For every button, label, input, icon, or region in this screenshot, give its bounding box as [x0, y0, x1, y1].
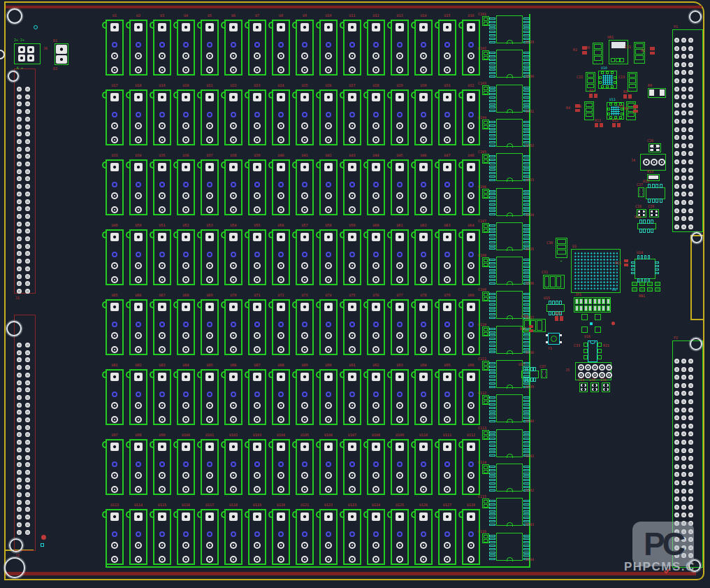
pad[interactable]: [230, 262, 237, 269]
pad[interactable]: [254, 392, 260, 397]
soic-footprint[interactable]: [646, 187, 665, 199]
mounting-hole[interactable]: [6, 321, 22, 336]
pad[interactable]: [134, 93, 143, 101]
ref-des[interactable]: U30: [413, 83, 434, 87]
ref-des[interactable]: C26: [647, 138, 661, 143]
pad[interactable]: [25, 522, 30, 527]
pad[interactable]: [643, 229, 646, 233]
pad[interactable]: [489, 124, 495, 127]
cap-seg[interactable]: [557, 250, 566, 254]
pad[interactable]: [17, 478, 22, 482]
ref-des[interactable]: U21: [199, 83, 220, 87]
pad[interactable]: [584, 349, 588, 353]
pad[interactable]: [597, 299, 601, 304]
pad[interactable]: [523, 155, 530, 157]
pad[interactable]: [489, 55, 495, 57]
pad[interactable]: [603, 388, 609, 391]
pad[interactable]: [182, 373, 190, 381]
pad[interactable]: [489, 469, 495, 471]
pad[interactable]: [25, 403, 30, 408]
pad[interactable]: [489, 234, 495, 236]
ref-des[interactable]: U10: [601, 66, 618, 70]
pad[interactable]: [300, 303, 309, 311]
ref-des[interactable]: U49: [104, 223, 125, 227]
pad[interactable]: [277, 472, 284, 479]
ref-des[interactable]: U18: [128, 83, 149, 87]
pad[interactable]: [302, 182, 307, 187]
fiducial-dot[interactable]: [41, 535, 46, 540]
pad[interactable]: [489, 431, 495, 433]
pad[interactable]: [159, 52, 166, 59]
pad[interactable]: [396, 542, 403, 549]
pad[interactable]: [278, 42, 284, 48]
cap-seg[interactable]: [586, 108, 593, 112]
pad[interactable]: [372, 472, 379, 479]
pad[interactable]: [688, 448, 693, 453]
pad[interactable]: [620, 58, 624, 62]
cap-pad[interactable]: [484, 155, 488, 159]
pad[interactable]: [546, 341, 548, 343]
pad[interactable]: [602, 299, 605, 304]
pad[interactable]: [325, 206, 332, 213]
pad[interactable]: [631, 261, 635, 264]
pad[interactable]: [372, 332, 379, 339]
pad[interactable]: [301, 136, 308, 143]
pad[interactable]: [229, 163, 238, 171]
ref-des[interactable]: C108: [478, 253, 489, 257]
pad[interactable]: [396, 346, 403, 353]
crystal-ring[interactable]: [551, 336, 557, 342]
pad[interactable]: [183, 461, 189, 467]
pad[interactable]: [182, 416, 189, 423]
cap-seg[interactable]: [587, 73, 594, 78]
pad[interactable]: [523, 238, 530, 240]
pad[interactable]: [206, 52, 213, 59]
ref-des[interactable]: U39: [247, 153, 268, 157]
ref-des[interactable]: U36: [175, 153, 196, 157]
pad[interactable]: [25, 470, 30, 475]
pad[interactable]: [639, 193, 643, 196]
pad[interactable]: [159, 402, 166, 409]
pad[interactable]: [325, 416, 332, 423]
pad[interactable]: [17, 425, 22, 430]
ref-des[interactable]: U106: [318, 433, 339, 437]
ref-des[interactable]: U72: [270, 293, 291, 297]
ref-des[interactable]: U35: [152, 153, 173, 157]
pad[interactable]: [688, 103, 693, 108]
smd-pad[interactable]: [633, 105, 638, 108]
ref-des[interactable]: U11: [342, 13, 363, 17]
pad[interactable]: [444, 416, 451, 423]
pad[interactable]: [111, 66, 118, 73]
pad[interactable]: [396, 122, 403, 129]
pad[interactable]: [324, 443, 333, 451]
pad[interactable]: [468, 136, 474, 143]
pad[interactable]: [302, 531, 307, 537]
pad[interactable]: [230, 206, 237, 213]
cap-seg[interactable]: [629, 84, 636, 88]
smd-pad[interactable]: [624, 259, 628, 262]
pad[interactable]: [254, 206, 261, 213]
pad[interactable]: [556, 301, 558, 305]
pad[interactable]: [372, 512, 380, 521]
ref-des[interactable]: U91: [342, 363, 363, 367]
pad[interactable]: [581, 384, 586, 387]
pad[interactable]: [396, 416, 403, 423]
ref-des[interactable]: U86: [223, 363, 244, 367]
pad[interactable]: [489, 403, 495, 406]
pad[interactable]: [674, 87, 679, 92]
pad[interactable]: [420, 416, 427, 423]
ref-des[interactable]: U37: [199, 153, 220, 157]
pad[interactable]: [253, 93, 261, 101]
pad[interactable]: [681, 359, 686, 364]
pad[interactable]: [560, 334, 562, 336]
pad[interactable]: [681, 505, 686, 510]
ref-des[interactable]: C112: [478, 391, 489, 395]
pad[interactable]: [489, 159, 495, 161]
pad[interactable]: [25, 425, 30, 430]
pad[interactable]: [254, 252, 260, 257]
pad[interactable]: [489, 66, 495, 68]
pad[interactable]: [611, 85, 614, 88]
pad[interactable]: [182, 542, 189, 549]
ref-des[interactable]: U130: [526, 74, 538, 78]
pad[interactable]: [444, 192, 451, 199]
pad[interactable]: [206, 486, 213, 493]
